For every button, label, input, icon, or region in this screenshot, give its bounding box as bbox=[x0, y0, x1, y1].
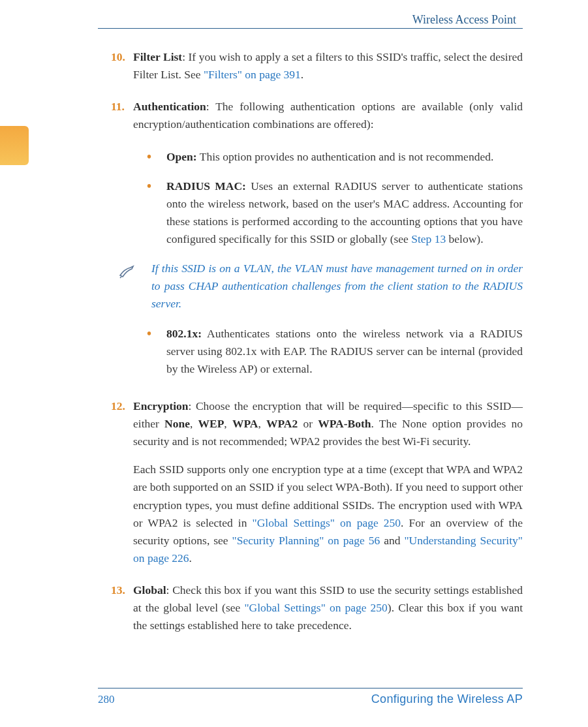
text: If you wish to apply a set a filters to … bbox=[133, 50, 523, 81]
side-tab bbox=[0, 126, 29, 165]
item-title: Global bbox=[133, 583, 166, 596]
item-title: Filter List bbox=[133, 50, 182, 63]
bullet-title: 802.1x: bbox=[166, 327, 202, 340]
footer-label: Configuring the Wireless AP bbox=[371, 692, 523, 706]
bullet-dot-icon: • bbox=[147, 325, 166, 378]
item-title: Authentication bbox=[133, 100, 206, 113]
c: or bbox=[298, 417, 318, 430]
bullet-body: Open: This option provides no authentica… bbox=[166, 148, 523, 166]
text: . bbox=[301, 68, 303, 81]
security-planning-link[interactable]: "Security Planning" on page 56 bbox=[232, 534, 380, 547]
bullet-open: • Open: This option provides no authenti… bbox=[147, 148, 523, 166]
global-settings-link[interactable]: "Global Settings" on page 250 bbox=[253, 516, 401, 529]
header-title: Wireless Access Point bbox=[65, 13, 523, 27]
opt-wpa2: WPA2 bbox=[266, 417, 298, 430]
step13-link[interactable]: Step 13 bbox=[411, 232, 446, 245]
bullet-body: RADIUS MAC: Uses an external RADIUS serv… bbox=[166, 178, 523, 249]
footer-row: 280 Configuring the Wireless AP bbox=[98, 692, 523, 706]
list-item-12: 12. Encryption: Choose the encryption th… bbox=[111, 397, 523, 567]
bullet-8021x: • 802.1x: Authenticates stations onto th… bbox=[147, 325, 523, 378]
list-number: 12. bbox=[111, 397, 133, 567]
c: , bbox=[224, 417, 232, 430]
opt-wpa: WPA bbox=[232, 417, 258, 430]
opt-none: None bbox=[164, 417, 190, 430]
item-title: Encryption bbox=[133, 399, 189, 412]
list-item-11: 11. Authentication: The following authen… bbox=[111, 98, 523, 133]
footer-rule bbox=[98, 688, 523, 688]
bullet-title: Open: bbox=[166, 150, 197, 163]
bullet-dot-icon: • bbox=[147, 178, 166, 249]
list-body: Authentication: The following authentica… bbox=[133, 98, 523, 133]
bullet-radius-mac: • RADIUS MAC: Uses an external RADIUS se… bbox=[147, 178, 523, 249]
document-page: Wireless Access Point 10. Filter List: I… bbox=[0, 0, 588, 727]
list-item-10: 10. Filter List: If you wish to apply a … bbox=[111, 48, 523, 84]
sep: : bbox=[182, 50, 188, 63]
text: . bbox=[189, 551, 192, 565]
bullet-body: 802.1x: Authenticates stations onto the … bbox=[166, 325, 523, 378]
list-body: Encryption: Choose the encryption that w… bbox=[133, 397, 523, 567]
c: , bbox=[190, 417, 198, 430]
text: Authenticates stations onto the wireless… bbox=[166, 327, 523, 375]
page-number: 280 bbox=[98, 693, 115, 706]
list-body: Global: Check this box if you want this … bbox=[133, 581, 523, 634]
text: This option provides no authentication a… bbox=[197, 150, 494, 163]
sep: : bbox=[189, 399, 196, 412]
opt-wpa-both: WPA-Both bbox=[318, 417, 371, 430]
text: below). bbox=[446, 232, 483, 245]
text: and bbox=[380, 534, 404, 547]
list-number: 11. bbox=[111, 98, 133, 133]
footer: 280 Configuring the Wireless AP bbox=[65, 688, 523, 706]
global-settings-link-2[interactable]: "Global Settings" on page 250 bbox=[244, 601, 387, 614]
note-block: If this SSID is on a VLAN, the VLAN must… bbox=[119, 260, 523, 313]
sep: : bbox=[166, 583, 173, 596]
filters-link[interactable]: "Filters" on page 391 bbox=[204, 68, 301, 81]
note-text: If this SSID is on a VLAN, the VLAN must… bbox=[151, 260, 523, 313]
list-number: 13. bbox=[111, 581, 133, 634]
list-body: Filter List: If you wish to apply a set … bbox=[133, 48, 523, 84]
para1: Encryption: Choose the encryption that w… bbox=[133, 397, 523, 450]
opt-wep: WEP bbox=[198, 417, 224, 430]
para2: Each SSID supports only one encryption t… bbox=[133, 461, 523, 567]
bullet-dot-icon: • bbox=[147, 148, 166, 166]
list-number: 10. bbox=[111, 48, 133, 84]
bullet-title: RADIUS MAC: bbox=[166, 179, 246, 193]
header-rule bbox=[98, 28, 523, 29]
list-item-13: 13. Global: Check this box if you want t… bbox=[111, 581, 523, 634]
c: , bbox=[258, 417, 266, 430]
note-icon bbox=[119, 260, 151, 313]
sep: : bbox=[206, 100, 215, 113]
